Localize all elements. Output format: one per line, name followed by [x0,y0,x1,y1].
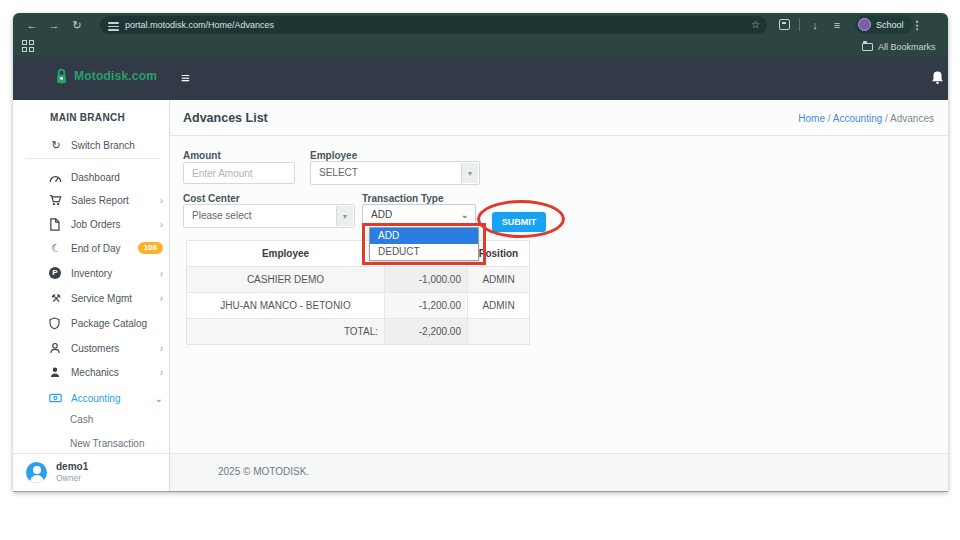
sidebar-item-service-mgmt[interactable]: ⚒ Service Mgmt › [49,289,163,307]
select-caret-icon: ▾ [461,163,478,183]
copyright-text: 2025 © MOTODISK. [218,466,309,477]
sidebar-item-job-orders[interactable]: Job Orders › [49,215,163,233]
dropdown-option-deduct[interactable]: DEDUCT [370,244,478,260]
folder-icon [862,43,873,51]
cost-center-select-value: Please select [192,205,251,227]
sidebar-item-label: Job Orders [71,219,120,230]
toolbar-divider [799,18,800,31]
tab-groups-icon[interactable] [779,19,790,30]
download-icon[interactable]: ↓ [807,13,823,37]
transaction-type-label: Transaction Type [362,193,444,204]
sidebar: MAIN BRANCH ↻ Switch Branch Dashboard Sa… [13,100,170,491]
back-icon[interactable]: ← [24,13,40,37]
document-icon [49,218,63,231]
chevron-right-icon: › [160,195,163,206]
table-total-row: TOTAL: -2,200.00 [187,319,529,344]
gauge-icon [49,172,63,183]
bookmarks-bar: All Bookmarks [13,37,948,57]
site-info-icon[interactable] [108,20,119,30]
chevron-right-icon: › [160,343,163,354]
apps-grid-icon[interactable] [22,40,34,52]
sidebar-item-label: Switch Branch [71,140,135,151]
user-role: Owner [56,473,81,483]
user-avatar [26,462,47,483]
app-logo[interactable]: Motodisk.com [55,68,157,84]
cell-position: ADMIN [468,267,529,292]
sidebar-item-mechanics[interactable]: Mechanics › [49,363,163,381]
sidebar-item-customers[interactable]: Customers › [49,339,163,357]
branch-label: MAIN BRANCH [50,112,125,123]
hamburger-menu-icon[interactable]: ≡ [181,69,190,86]
sidebar-subitem-new-transaction[interactable]: New Transaction [70,438,144,454]
url-text[interactable]: portal.motodisk.com/Home/Advances [125,16,274,34]
employee-select-value: SELECT [319,162,358,184]
sidebar-item-switch-branch[interactable]: ↻ Switch Branch [49,136,163,154]
browser-chrome: ← → ↻ portal.motodisk.com/Home/Advances … [13,13,948,57]
breadcrumb-current: Advances [890,113,934,124]
app-logo-text: Motodisk.com [74,69,157,83]
notifications-bell-icon[interactable] [931,70,944,85]
sidebar-item-end-of-day[interactable]: ☾ End of Day 108 [49,239,163,257]
sidebar-item-label: Sales Report [71,195,129,206]
app-header: Motodisk.com ≡ [13,57,948,100]
browser-menu-icon[interactable]: ⋮ [909,13,925,37]
wrench-icon: ⚒ [49,291,63,305]
chevron-right-icon: › [160,268,163,279]
main-content: Advances List Home / Accounting / Advanc… [170,100,948,491]
breadcrumb: Home / Accounting / Advances [798,113,934,124]
sidebar-item-inventory[interactable]: P Inventory › [49,264,163,282]
chevron-right-icon: › [160,219,163,230]
sidebar-item-label: Inventory [71,268,112,279]
cell-empty [468,319,529,344]
refresh-icon: ↻ [49,138,63,152]
browser-profile-chip[interactable]: School [855,15,913,34]
profile-avatar [858,18,871,31]
select-caret-icon: ▾ [336,206,353,226]
address-bar[interactable]: portal.motodisk.com/Home/Advances ☆ [100,16,767,34]
breadcrumb-separator: / [885,113,888,124]
page-header: Advances List Home / Accounting / Advanc… [170,100,948,136]
sidebar-item-sales-report[interactable]: Sales Report › [49,191,163,209]
sidebar-item-accounting[interactable]: Accounting ⌄ [49,389,163,407]
inventory-icon: P [49,267,63,279]
breadcrumb-accounting[interactable]: Accounting [833,113,882,124]
sidebar-item-label: Mechanics [71,367,119,378]
sidebar-item-label: Accounting [71,393,120,404]
dropdown-option-add[interactable]: ADD [370,228,478,244]
cell-position: ADMIN [468,293,529,318]
reading-list-icon[interactable]: ≡ [829,13,845,37]
banknote-icon [49,393,63,403]
cost-center-select[interactable]: Please select ▾ [183,204,355,228]
total-label: TOTAL: [187,319,385,344]
breadcrumb-home[interactable]: Home [798,113,825,124]
submit-button[interactable]: SUBMIT [492,212,546,232]
reload-icon[interactable]: ↻ [69,13,85,37]
user-name: demo1 [56,461,88,472]
all-bookmarks-button[interactable]: All Bookmarks [878,37,936,57]
sidebar-item-label: Package Catalog [71,318,147,329]
forward-icon[interactable]: → [46,13,62,37]
chevron-right-icon: › [160,367,163,378]
page-title: Advances List [183,111,268,125]
sidebar-divider [26,158,159,159]
sidebar-subitem-cash[interactable]: Cash [70,414,93,430]
sidebar-item-label: End of Day [71,243,120,254]
profile-name: School [876,20,904,30]
table-row: CASHIER DEMO -1,000.00 ADMIN [187,267,529,293]
employee-select[interactable]: SELECT ▾ [310,161,480,185]
employee-label: Employee [310,150,357,161]
amount-input[interactable] [183,162,295,184]
table-row: JHU-AN MANCO - BETONIO -1,200.00 ADMIN [187,293,529,319]
person-icon [49,342,63,354]
sidebar-user-footer[interactable]: demo1 Owner [13,453,169,491]
shield-icon [49,317,63,330]
cell-employee: JHU-AN MANCO - BETONIO [187,293,385,318]
chevron-down-icon: ⌄ [461,205,469,224]
sidebar-item-package-catalog[interactable]: Package Catalog [49,314,163,332]
bookmark-star-icon[interactable]: ☆ [751,16,760,34]
transaction-type-dropdown: ADD DEDUCT [369,227,479,261]
sidebar-item-dashboard[interactable]: Dashboard [49,168,163,186]
sidebar-item-label: Service Mgmt [71,293,132,304]
browser-window: ← → ↻ portal.motodisk.com/Home/Advances … [13,13,948,491]
transaction-type-select[interactable]: ADD ⌄ [362,204,476,226]
